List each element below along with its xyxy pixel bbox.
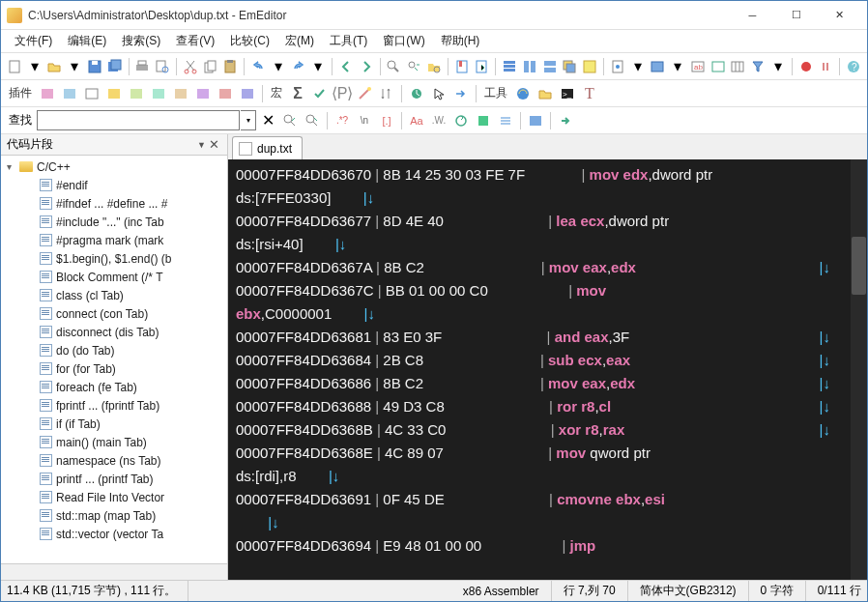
minimize-button[interactable]: ─	[731, 2, 774, 29]
regex-icon[interactable]: .*?	[332, 110, 353, 131]
number-icon[interactable]: [.]	[376, 110, 397, 131]
back-icon[interactable]	[336, 56, 356, 77]
snippet-item[interactable]: #include "..." (inc Tab	[1, 213, 227, 231]
dropdown-icon[interactable]: ▾	[308, 56, 328, 77]
snippet-item[interactable]: connect (con Tab)	[1, 304, 227, 323]
plugin-icon[interactable]	[192, 83, 214, 104]
goto-icon[interactable]	[450, 83, 472, 104]
find-icon[interactable]	[385, 56, 404, 77]
snippet-item[interactable]: std::vector (vector Ta	[1, 525, 227, 543]
plugin-icon[interactable]	[81, 83, 102, 104]
cmd-icon[interactable]: >_	[557, 83, 578, 104]
dropdown-icon[interactable]: ▾	[25, 56, 44, 77]
properties-icon[interactable]	[608, 56, 627, 77]
panel-dropdown-icon[interactable]: ▼	[197, 140, 206, 150]
snippet-item[interactable]: printf ... (printf Tab)	[1, 470, 227, 488]
menu-window[interactable]: 窗口(W)	[375, 31, 432, 51]
find-dropdown-icon[interactable]: ▾	[241, 110, 256, 130]
copy-icon[interactable]	[201, 56, 220, 77]
snippet-item[interactable]: namespace (ns Tab)	[1, 451, 227, 470]
snippet-item[interactable]: for (for Tab)	[1, 359, 227, 378]
snippet-item[interactable]: #endif	[1, 176, 227, 194]
find-prev-icon[interactable]	[279, 110, 301, 131]
sum-icon[interactable]: Σ	[287, 83, 308, 104]
scrollbar-thumb[interactable]	[852, 237, 866, 295]
panel-close-icon[interactable]: ✕	[206, 137, 221, 152]
window-list-icon[interactable]	[500, 56, 519, 77]
find-next-icon[interactable]	[404, 56, 423, 77]
new-icon[interactable]	[5, 56, 24, 77]
collapse-icon[interactable]: ▾	[7, 161, 18, 172]
tab-dup[interactable]: dup.txt	[232, 136, 303, 159]
menu-search[interactable]: 搜索(S)	[114, 31, 168, 51]
snippet-item[interactable]: fprintf ... (fprintf Tab)	[1, 396, 227, 415]
forward-icon[interactable]	[357, 56, 376, 77]
sort-icon[interactable]	[376, 83, 397, 104]
snippet-item[interactable]: if (if Tab)	[1, 415, 227, 433]
close-button[interactable]: ✕	[818, 2, 861, 29]
dropdown-icon[interactable]: ▾	[628, 56, 648, 77]
csv-icon[interactable]	[729, 56, 748, 77]
find-close-icon[interactable]: ✕	[257, 110, 278, 131]
editor-area[interactable]: 00007FF84DD63670 | 8B 14 25 30 03 FE 7F …	[228, 159, 867, 580]
maximize-button[interactable]: ☐	[774, 2, 818, 29]
tile-horiz-icon[interactable]	[520, 56, 539, 77]
menu-compare[interactable]: 比较(C)	[222, 31, 277, 51]
snippet-item[interactable]: std::map (map Tab)	[1, 506, 227, 525]
bookmark-next-icon[interactable]	[473, 56, 492, 77]
para-icon[interactable]: ⟨P⟩	[332, 83, 353, 104]
config-icon[interactable]	[648, 56, 667, 77]
plugin-icon[interactable]	[148, 83, 169, 104]
status-lang[interactable]: x86 Assembler	[463, 581, 552, 601]
snippet-item[interactable]: Block Comment (/* T	[1, 268, 227, 286]
snippet-item[interactable]: #ifndef ... #define ... #	[1, 194, 227, 213]
word-icon[interactable]: .W.	[428, 110, 449, 131]
print-icon[interactable]	[133, 56, 153, 77]
cascade-icon[interactable]	[560, 56, 579, 77]
ie-icon[interactable]	[512, 83, 534, 104]
snippet-item[interactable]: do (do Tab)	[1, 341, 227, 359]
go-icon[interactable]	[555, 110, 576, 131]
find-input[interactable]	[37, 110, 240, 130]
cut-icon[interactable]	[181, 56, 200, 77]
wrap-icon[interactable]	[450, 110, 472, 131]
open-icon[interactable]	[45, 56, 65, 77]
snippet-item[interactable]: disconnect (dis Tab)	[1, 323, 227, 341]
explorer-icon[interactable]	[535, 83, 556, 104]
advanced-icon[interactable]	[525, 110, 546, 131]
undo-icon[interactable]	[248, 56, 268, 77]
menu-file[interactable]: 文件(F)	[7, 31, 60, 51]
find-folder-icon[interactable]	[424, 56, 444, 77]
incremental-icon[interactable]	[495, 110, 516, 131]
menu-tools[interactable]: 工具(T)	[322, 31, 375, 51]
plugin-icon[interactable]	[126, 83, 147, 104]
horizontal-scrollbar[interactable]	[1, 563, 227, 580]
wand-icon[interactable]	[354, 83, 375, 104]
menu-edit[interactable]: 编辑(E)	[60, 31, 114, 51]
char-code-icon[interactable]: ab	[688, 56, 708, 77]
snippet-item[interactable]: class (cl Tab)	[1, 286, 227, 304]
record-icon[interactable]	[796, 56, 816, 77]
save-icon[interactable]	[85, 56, 104, 77]
find-next-icon[interactable]	[302, 110, 323, 131]
snippet-item[interactable]: foreach (fe Tab)	[1, 378, 227, 396]
bookmark-icon[interactable]	[452, 56, 472, 77]
dropdown-icon[interactable]: ▾	[668, 56, 687, 77]
validate-icon[interactable]	[309, 83, 331, 104]
filter-icon[interactable]	[748, 56, 767, 77]
redo-icon[interactable]	[289, 56, 308, 77]
snippet-item[interactable]: Read File Into Vector	[1, 488, 227, 506]
highlight-icon[interactable]	[580, 56, 599, 77]
snippet-item[interactable]: main() (main Tab)	[1, 433, 227, 451]
highlight-all-icon[interactable]	[473, 110, 494, 131]
dropdown-icon[interactable]: ▾	[768, 56, 788, 77]
markers-icon[interactable]	[709, 56, 728, 77]
dropdown-icon[interactable]: ▾	[65, 56, 84, 77]
menu-view[interactable]: 查看(V)	[168, 31, 222, 51]
snippet-item[interactable]: $1.begin(), $1.end() (b	[1, 249, 227, 268]
plugin-icon[interactable]	[37, 83, 58, 104]
tile-vert-icon[interactable]	[540, 56, 560, 77]
plugin-icon[interactable]	[103, 83, 125, 104]
save-all-icon[interactable]	[105, 56, 125, 77]
dropdown-icon[interactable]: ▾	[269, 56, 288, 77]
